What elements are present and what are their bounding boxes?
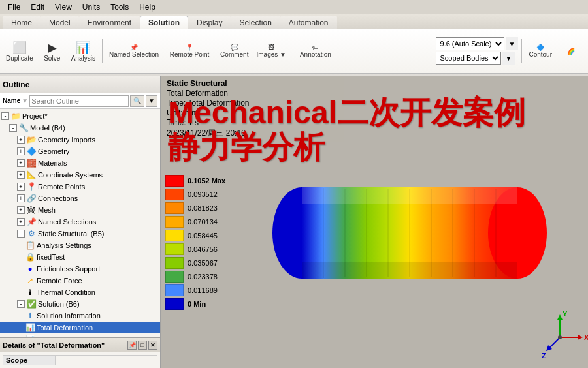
scale-label-7: 0.023378 xyxy=(188,273,218,281)
pin-button[interactable]: 📌 xyxy=(127,341,137,350)
tree-item-geometry[interactable]: + 🔷 Geometry xyxy=(0,146,160,157)
annotation-icon: 🏷 xyxy=(312,44,319,51)
annotation-button[interactable]: 🏷 Annotation xyxy=(297,37,335,65)
tree-item-model[interactable]: - 🔧 Model (B4) xyxy=(0,122,160,134)
body-area: Outline Name ▼ 🔍 ▼ - 📁 Project* - xyxy=(0,76,588,368)
tree-toggle-model[interactable]: - xyxy=(9,124,17,132)
tree-item-total-deformation[interactable]: 📊 Total Deformation xyxy=(0,322,160,333)
tree-item-remote-points[interactable]: + 📍 Remote Points xyxy=(0,181,160,192)
geometry-display-button[interactable]: 🔷 Contour xyxy=(525,37,555,65)
menu-item-help[interactable]: Help xyxy=(134,1,161,13)
scale-item-5: 0.046756 xyxy=(165,243,225,256)
scale-apply-button[interactable]: ▼ xyxy=(506,37,519,50)
tree-toggle-connections[interactable]: + xyxy=(17,194,25,202)
remote-force-icon: ↗ xyxy=(25,275,35,286)
tree-toggle-coord[interactable]: + xyxy=(17,171,25,179)
scale-color-9 xyxy=(165,298,184,310)
remote-point-button[interactable]: 📍 Remote Point xyxy=(163,37,216,65)
tree-toggle-solution[interactable]: - xyxy=(17,300,25,308)
connections-icon: 🔗 xyxy=(26,193,37,204)
search-button[interactable]: 🔍 xyxy=(130,95,144,107)
duplicate-button[interactable]: ⬜ Duplicate xyxy=(3,37,37,65)
tree-item-remote-force[interactable]: ↗ Remote Force xyxy=(0,275,160,286)
tree-item-solution[interactable]: - ✅ Solution (B6) xyxy=(0,298,160,310)
tab-automation[interactable]: Automation xyxy=(280,16,337,29)
named-selection-icon: 📌 xyxy=(130,44,138,51)
tab-display[interactable]: Display xyxy=(188,16,231,29)
tree-item-project[interactable]: - 📁 Project* xyxy=(0,110,160,122)
svg-point-23 xyxy=(558,335,562,339)
static-icon: ⚙ xyxy=(26,228,37,239)
analysis-button[interactable]: 📊 Analysis xyxy=(68,37,99,65)
tab-model[interactable]: Model xyxy=(41,16,79,29)
tab-home[interactable]: Home xyxy=(3,16,41,29)
tree-toggle-materials[interactable]: + xyxy=(17,159,25,167)
tree-item-connections[interactable]: + 🔗 Connections xyxy=(0,192,160,204)
tree-toggle-named-sel[interactable]: + xyxy=(17,218,25,226)
scale-item-4: 0.058445 xyxy=(165,229,225,242)
named-selection-button[interactable]: 📌 Named Selection xyxy=(106,37,162,65)
scale-dropdown[interactable]: 9.6 (Auto Scale) xyxy=(436,37,504,50)
bodies-dropdown[interactable]: Scoped Bodies xyxy=(436,52,501,65)
float-button[interactable]: □ xyxy=(138,341,147,350)
tree-toggle-project[interactable]: - xyxy=(1,112,9,120)
images-icon: 🖼 xyxy=(268,44,274,51)
project-icon: 📁 xyxy=(10,111,21,121)
tree-toggle-geometry[interactable]: + xyxy=(17,147,25,155)
menu-bar: File Edit View Units Tools Help xyxy=(0,0,588,14)
thermal-icon: 🌡 xyxy=(25,287,35,298)
tree-item-materials[interactable]: + 🧱 Materials xyxy=(0,157,160,169)
tree-item-named-selections[interactable]: + 📌 Named Selections xyxy=(0,216,160,228)
scale-item-6: 0.035067 xyxy=(165,256,225,269)
close-details-button[interactable]: ✕ xyxy=(148,341,157,350)
menu-item-units[interactable]: Units xyxy=(77,1,105,13)
scale-color-6 xyxy=(165,257,184,269)
menu-item-file[interactable]: File xyxy=(3,1,25,13)
tree-item-analysis-settings[interactable]: 📋 Analysis Settings xyxy=(0,239,160,251)
mesh-icon: 🕸 xyxy=(26,205,37,215)
tree-toggle-mesh[interactable]: + xyxy=(17,206,25,214)
ribbon-tabs: Home Model Environment Solution Display … xyxy=(0,14,588,29)
tree-item-fixed-test[interactable]: 🔒 fixedTest xyxy=(0,251,160,263)
tree-toggle-geom-imports[interactable]: + xyxy=(17,136,25,144)
search-options-button[interactable]: ▼ xyxy=(146,95,157,107)
model-icon: 🔧 xyxy=(18,123,29,133)
named-sel-icon: 📌 xyxy=(26,217,37,227)
tree-item-mesh[interactable]: + 🕸 Mesh xyxy=(0,204,160,216)
scale-label-8: 0.011689 xyxy=(188,286,218,294)
images-button[interactable]: 🖼 Images ▼ xyxy=(253,37,289,65)
tree-item-frictionless[interactable]: ● Frictionless Support xyxy=(0,263,160,275)
bodies-apply-button[interactable]: ▼ xyxy=(502,52,515,65)
search-input[interactable] xyxy=(29,95,129,107)
svg-marker-18 xyxy=(578,335,583,340)
left-section: Outline Name ▼ 🔍 ▼ - 📁 Project* - xyxy=(0,76,161,368)
solve-button[interactable]: ▶ Solve xyxy=(38,37,67,65)
tree-item-static-structural[interactable]: - ⚙ Static Structural (B5) xyxy=(0,228,160,239)
tree-item-coord-systems[interactable]: + 📐 Coordinate Systems xyxy=(0,169,160,181)
menu-item-edit[interactable]: Edit xyxy=(25,1,50,13)
toolbar-divider-1 xyxy=(102,39,103,63)
details-title: Details of "Total Deformation" xyxy=(3,341,105,349)
tab-environment[interactable]: Environment xyxy=(79,16,140,29)
tab-solution[interactable]: Solution xyxy=(140,16,188,29)
outline-header: Outline xyxy=(0,76,160,93)
tree-toggle-remote-pts[interactable]: + xyxy=(17,183,25,191)
fixed-test-icon: 🔒 xyxy=(25,252,35,262)
tree-toggle-static[interactable]: - xyxy=(17,230,25,238)
toolbar-area: File Edit View Units Tools Help Home Mod… xyxy=(0,0,588,76)
comment-button[interactable]: 💬 Comment xyxy=(217,37,252,65)
details-scope-label: Scope xyxy=(3,356,56,365)
tree-item-geometry-imports[interactable]: + 📂 Geometry Imports xyxy=(0,134,160,146)
contour-button[interactable]: 🌈 xyxy=(557,37,585,65)
tree-item-solution-info[interactable]: ℹ Solution Information xyxy=(0,310,160,322)
svg-rect-13 xyxy=(302,262,517,279)
name-label: Name xyxy=(3,97,20,104)
menu-item-tools[interactable]: Tools xyxy=(105,1,134,13)
name-dropdown-icon[interactable]: ▼ xyxy=(22,97,28,104)
scale-label-6: 0.035067 xyxy=(188,259,218,267)
tree-item-thermal-condition[interactable]: 🌡 Thermal Condition xyxy=(0,286,160,298)
scale-label-0: 0.1052 Max xyxy=(188,177,225,185)
menu-item-view[interactable]: View xyxy=(50,1,77,13)
toolbar-main-buttons: ⬜ Duplicate ▶ Solve 📊 Analysis xyxy=(3,37,99,65)
tab-selection[interactable]: Selection xyxy=(231,16,280,29)
